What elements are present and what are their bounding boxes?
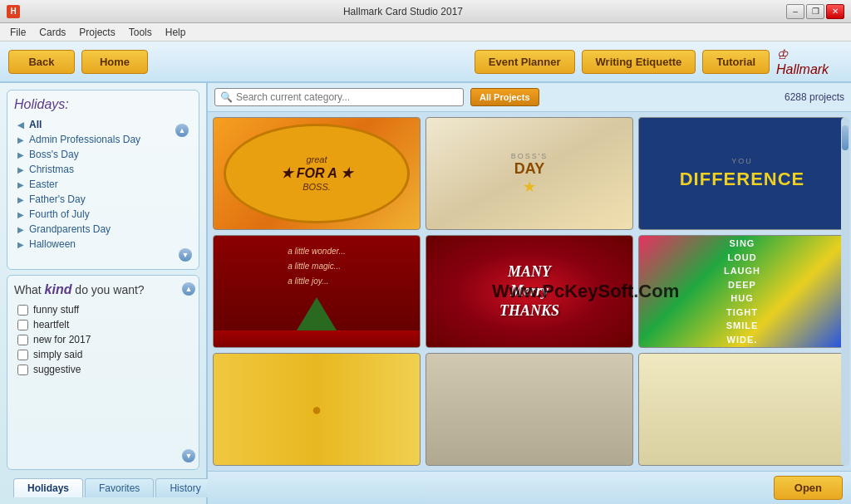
- card-item-partial2[interactable]: [426, 353, 633, 466]
- checkbox-funny-input[interactable]: [17, 305, 28, 316]
- category-arrow-bossday: ▶: [17, 150, 26, 159]
- category-label-fourth: Fourth of July: [29, 208, 90, 220]
- category-arrow-halloween: ▶: [17, 240, 26, 249]
- menu-projects[interactable]: Projects: [72, 25, 121, 40]
- back-button[interactable]: Back: [8, 50, 75, 74]
- content-area: 🔍 All Projects 6288 projects great ★ FOR…: [208, 83, 851, 504]
- checkbox-suggestive-input[interactable]: [17, 365, 28, 375]
- category-arrow-all: ◀: [17, 120, 26, 130]
- project-count: 6288 projects: [785, 91, 844, 103]
- checkbox-simplysaid-label: simply said: [33, 349, 82, 360]
- bottom-tabs: Holidays Favorites History: [7, 475, 199, 497]
- category-arrow-grandparents: ▶: [17, 225, 26, 234]
- card-item-difference[interactable]: YOU DIFFERENCE: [638, 117, 846, 230]
- menu-cards[interactable]: Cards: [32, 25, 72, 40]
- card-item-boss[interactable]: great ★ FOR A ★ BOSS.: [213, 117, 421, 230]
- tab-favorites[interactable]: Favorites: [85, 478, 154, 497]
- card-thanks-content: MANYMerryTHANKS: [499, 236, 559, 347]
- checkbox-new2017-input[interactable]: [17, 335, 28, 345]
- checkbox-heartfelt-input[interactable]: [17, 320, 28, 330]
- category-item-grandparents[interactable]: ▶ Grandparents Day: [14, 222, 192, 237]
- writing-etiquette-button[interactable]: Writing Etiquette: [582, 50, 696, 74]
- category-item-all[interactable]: ◀ All: [14, 117, 192, 132]
- content-toolbar: 🔍 All Projects 6288 projects: [208, 83, 851, 112]
- search-icon: 🔍: [220, 91, 233, 103]
- title-bar-title: Hallmark Card Studio 2017: [20, 6, 786, 17]
- category-list-container: ▲ ◀ All ▶ Admin Professionals Day ▶ Boss…: [14, 117, 192, 262]
- category-label-christmas: Christmas: [29, 164, 74, 175]
- checkbox-suggestive[interactable]: suggestive: [14, 362, 192, 377]
- category-item-easter[interactable]: ▶ Easter: [14, 177, 192, 192]
- kind-scroll-up[interactable]: ▲: [182, 282, 195, 296]
- card-item-christmas[interactable]: a little wonder... a little magic... a l…: [213, 235, 421, 348]
- category-arrow-fourth: ▶: [17, 210, 26, 219]
- toolbar: Back Home Event Planner Writing Etiquett…: [0, 42, 851, 83]
- category-item-halloween[interactable]: ▶ Halloween: [14, 237, 192, 252]
- tab-holidays[interactable]: Holidays: [13, 478, 83, 497]
- title-bar-controls: – ❐ ✕: [786, 4, 844, 19]
- all-projects-button[interactable]: All Projects: [470, 88, 539, 106]
- card-boss-text: great ★ FOR A ★ BOSS.: [281, 154, 352, 193]
- card-sing-content: SINGLOUDLAUGHDEEPHUGTIGHTSMILEWIDE.: [724, 236, 760, 347]
- card-item-partial3[interactable]: [638, 353, 846, 466]
- category-item-fathersday[interactable]: ▶ Father's Day: [14, 192, 192, 207]
- card-bossday-inner: BOSS'S DAY ★: [511, 152, 548, 196]
- category-scroll-down[interactable]: ▼: [179, 248, 192, 262]
- checkbox-new2017[interactable]: new for 2017: [14, 332, 192, 347]
- card-item-partial1[interactable]: ●: [213, 353, 421, 466]
- tutorial-button[interactable]: Tutorial: [702, 50, 770, 74]
- restore-button[interactable]: ❐: [806, 4, 824, 19]
- close-button[interactable]: ✕: [826, 4, 844, 19]
- card-partial1-content: ●: [312, 354, 322, 465]
- category-item-christmas[interactable]: ▶ Christmas: [14, 162, 192, 177]
- card-grid-container: great ★ FOR A ★ BOSS. BOSS'S DAY ★: [208, 112, 851, 471]
- card-item-sing[interactable]: SINGLOUDLAUGHDEEPHUGTIGHTSMILEWIDE.: [638, 235, 846, 348]
- checkbox-simplysaid[interactable]: simply said: [14, 347, 192, 362]
- category-scroll-up[interactable]: ▲: [175, 124, 189, 137]
- checkbox-list: funny stuff heartfelt new for 2017 simpl…: [14, 302, 192, 377]
- category-label-all: All: [29, 119, 42, 130]
- category-label-fathersday: Father's Day: [29, 193, 86, 205]
- kind-section: What kind do you want? ▲ funny stuff hea…: [7, 275, 199, 470]
- kind-section-title: What kind do you want?: [14, 282, 192, 297]
- toolbar-right: Event Planner Writing Etiquette Tutorial…: [475, 43, 843, 80]
- category-arrow-christmas: ▶: [17, 165, 26, 174]
- checkbox-funny[interactable]: funny stuff: [14, 302, 192, 317]
- card-thanks-text: MANYMerryTHANKS: [499, 262, 559, 321]
- holidays-title: Holidays:: [14, 97, 192, 112]
- checkbox-heartfelt-label: heartfelt: [33, 319, 69, 330]
- card-sing-text: SINGLOUDLAUGHDEEPHUGTIGHTSMILEWIDE.: [724, 237, 760, 346]
- category-label-admin: Admin Professionals Day: [29, 134, 140, 145]
- category-item-admin[interactable]: ▶ Admin Professionals Day: [14, 132, 192, 147]
- kind-scroll-down[interactable]: ▼: [182, 449, 195, 462]
- menu-tools[interactable]: Tools: [122, 25, 159, 40]
- main-content: Holidays: ▲ ◀ All ▶ Admin Professionals …: [0, 83, 851, 504]
- card-item-bossday[interactable]: BOSS'S DAY ★: [426, 117, 633, 230]
- category-label-halloween: Halloween: [29, 238, 76, 250]
- event-planner-button[interactable]: Event Planner: [475, 50, 575, 74]
- checkbox-suggestive-label: suggestive: [33, 364, 81, 375]
- grid-scrollbar[interactable]: [841, 117, 849, 466]
- open-button[interactable]: Open: [774, 476, 843, 500]
- checkbox-new2017-label: new for 2017: [33, 334, 91, 345]
- menu-help[interactable]: Help: [159, 25, 193, 40]
- search-input[interactable]: [236, 91, 458, 103]
- card-item-thanks[interactable]: MANYMerryTHANKS: [426, 235, 633, 348]
- checkbox-heartfelt[interactable]: heartfelt: [14, 317, 192, 332]
- card-christmas-content: a little wonder... a little magic... a l…: [279, 236, 354, 347]
- tab-history[interactable]: History: [155, 478, 214, 497]
- home-button[interactable]: Home: [81, 50, 148, 74]
- card-difference-content: YOU DIFFERENCE: [680, 118, 805, 229]
- hallmark-logo: ♔ Hallmark: [776, 43, 843, 80]
- category-item-fourth[interactable]: ▶ Fourth of July: [14, 207, 192, 222]
- bottom-bar: Open: [208, 471, 851, 504]
- category-item-bossday[interactable]: ▶ Boss's Day: [14, 147, 192, 162]
- category-arrow-fathersday: ▶: [17, 195, 26, 204]
- menu-file[interactable]: File: [3, 25, 32, 40]
- kind-suffix: do you want?: [75, 283, 144, 296]
- app-icon: H: [7, 5, 20, 18]
- category-label-easter: Easter: [29, 179, 58, 190]
- checkbox-funny-label: funny stuff: [33, 304, 79, 316]
- checkbox-simplysaid-input[interactable]: [17, 350, 28, 360]
- minimize-button[interactable]: –: [786, 4, 804, 19]
